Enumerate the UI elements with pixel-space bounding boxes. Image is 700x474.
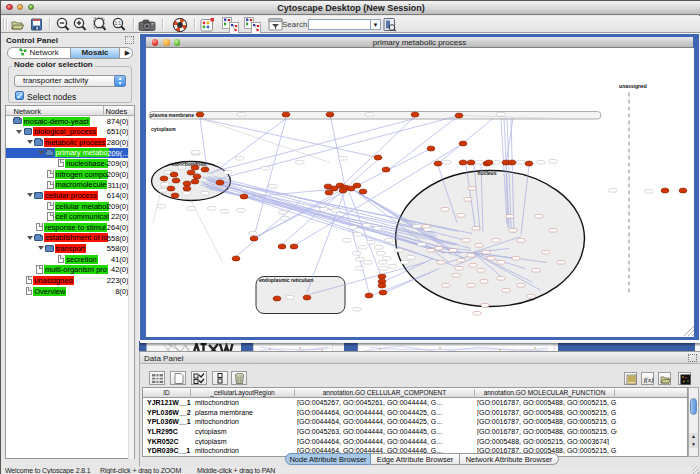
svg-text:endoplasmic reticulum: endoplasmic reticulum [259, 277, 314, 283]
svg-text:mitochondrion: mitochondrion [172, 161, 207, 167]
svg-text:1:1: 1:1 [115, 21, 122, 26]
svg-text:f(x): f(x) [643, 376, 653, 384]
svg-text:unassigned: unassigned [619, 82, 647, 88]
svg-text:plasma membrane: plasma membrane [150, 112, 194, 118]
svg-text:cytoplasm: cytoplasm [151, 125, 176, 131]
svg-text:nucleus: nucleus [478, 170, 497, 176]
